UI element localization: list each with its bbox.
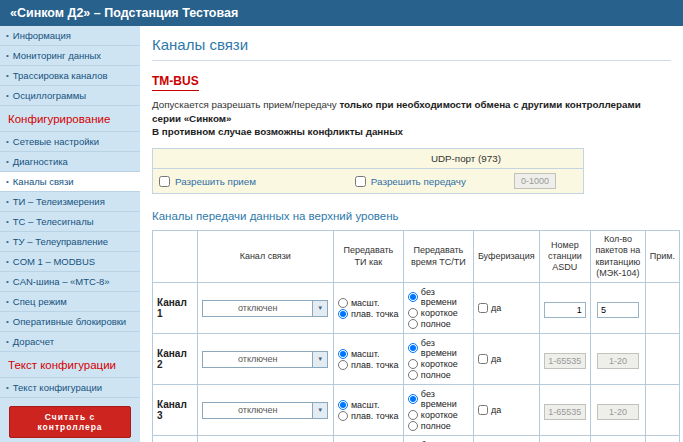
- packets-input[interactable]: [597, 353, 639, 369]
- time-radio[interactable]: [408, 370, 418, 380]
- channel-select[interactable]: отключен▼: [202, 300, 328, 317]
- time-option[interactable]: короткое: [408, 308, 469, 318]
- sidebar: •Информация•Мониторинг данных•Трассировк…: [0, 26, 140, 442]
- ti-radio[interactable]: [338, 400, 348, 410]
- packets-input[interactable]: [597, 404, 639, 420]
- ti-radio[interactable]: [338, 298, 348, 308]
- sidebar-item-oscillograms[interactable]: •Осциллограммы: [0, 86, 140, 106]
- sidebar-item-ts-telesignals[interactable]: •ТС – Телесигналы: [0, 212, 140, 232]
- time-radio[interactable]: [408, 394, 418, 404]
- time-option[interactable]: короткое: [408, 410, 469, 420]
- time-option[interactable]: полное: [408, 319, 469, 329]
- asdu-input[interactable]: [544, 404, 586, 420]
- bullet-icon: •: [6, 258, 9, 266]
- time-option[interactable]: без времени: [408, 338, 469, 358]
- sidebar-item-com1-modbus[interactable]: •COM 1 – MODBUS: [0, 252, 140, 272]
- allow-receive-checkbox[interactable]: [159, 176, 170, 187]
- ti-option-label: масшт.: [351, 298, 380, 308]
- time-option-label: без времени: [421, 287, 469, 307]
- udp-port-input[interactable]: [514, 173, 556, 189]
- channel-label: Канал 4: [153, 436, 198, 442]
- time-radio[interactable]: [408, 421, 418, 431]
- ti-option[interactable]: плав. точка: [338, 411, 399, 421]
- time-radio[interactable]: [408, 343, 418, 353]
- sidebar-item-diagnostics[interactable]: •Диагностика: [0, 152, 140, 172]
- time-option[interactable]: без времени: [408, 389, 469, 409]
- channel-label: Канал 2: [153, 334, 198, 385]
- ti-option[interactable]: масшт.: [338, 349, 399, 359]
- udp-port-header: UDP-порт (973): [349, 149, 584, 169]
- sidebar-item-network-settings[interactable]: •Сетевые настройки: [0, 132, 140, 152]
- ti-radio[interactable]: [338, 360, 348, 370]
- sidebar-item-ti-telemetry[interactable]: •ТИ – Телеизмерения: [0, 192, 140, 212]
- time-option[interactable]: без времени: [408, 287, 469, 307]
- sidebar-item-dorashet[interactable]: •Дорасчет: [0, 332, 140, 352]
- channels-section-title: Каналы передачи данных на верхний уровен…: [152, 210, 671, 222]
- page-title: Каналы связи: [152, 36, 671, 61]
- time-option[interactable]: полное: [408, 421, 469, 431]
- sidebar-item-label: ТИ – Телеизмерения: [13, 196, 105, 207]
- sidebar-item-special-mode[interactable]: •Спец режим: [0, 292, 140, 312]
- ti-option[interactable]: плав. точка: [338, 309, 399, 319]
- udp-table-row: Разрешить прием Разрешить передачу: [153, 169, 584, 194]
- col-ti: Передавать ТИ как: [333, 231, 403, 283]
- buffer-checkbox[interactable]: [478, 354, 488, 364]
- time-radio[interactable]: [408, 319, 418, 329]
- time-radio[interactable]: [408, 359, 418, 369]
- channel-select-value: отключен: [203, 301, 312, 316]
- sidebar-section-configuration[interactable]: Конфигурирование: [0, 106, 140, 132]
- sidebar-item-communication-channels[interactable]: •Каналы связи: [0, 172, 140, 192]
- allow-transmit[interactable]: Разрешить передачу: [355, 176, 502, 187]
- sidebar-item-tu-telecontrol[interactable]: •ТУ – Телеуправление: [0, 232, 140, 252]
- chevron-down-icon: ▼: [312, 352, 327, 367]
- ti-radio[interactable]: [338, 411, 348, 421]
- sidebar-item-label: Информация: [13, 30, 71, 41]
- sidebar-item-data-monitoring[interactable]: •Мониторинг данных: [0, 46, 140, 66]
- asdu-input[interactable]: [544, 302, 586, 318]
- sidebar-buttons: Считать с контроллера Записать в контрол…: [0, 398, 140, 442]
- sidebar-item-channel-tracing[interactable]: •Трассировка каналов: [0, 66, 140, 86]
- bullet-icon: •: [6, 178, 9, 186]
- buffer-checkbox[interactable]: [478, 405, 488, 415]
- sidebar-section-config-text-section[interactable]: Текст конфигурации: [0, 352, 140, 378]
- asdu-input[interactable]: [544, 353, 586, 369]
- allow-transmit-label: Разрешить передачу: [371, 176, 466, 187]
- app-title: «Синком Д2» – Подстанция Тестовая: [10, 6, 238, 20]
- sidebar-item-config-text[interactable]: •Текст конфигурации: [0, 378, 140, 398]
- ti-radio[interactable]: [338, 309, 348, 319]
- channels-table-header-row: Канал связи Передавать ТИ как Передавать…: [153, 231, 680, 283]
- col-packets: Кол-во пакетов на квитанцию (МЭК-104): [591, 231, 646, 283]
- ti-option[interactable]: плав. точка: [338, 360, 399, 370]
- sidebar-item-operational-locks[interactable]: •Оперативные блокировки: [0, 312, 140, 332]
- time-option[interactable]: короткое: [408, 359, 469, 369]
- allow-transmit-checkbox[interactable]: [355, 176, 366, 187]
- channel-select[interactable]: отключен▼: [202, 351, 328, 368]
- allow-receive[interactable]: Разрешить прием: [159, 176, 343, 187]
- buffer-option[interactable]: да: [478, 405, 535, 415]
- buffer-checkbox[interactable]: [478, 303, 488, 313]
- time-option[interactable]: полное: [408, 370, 469, 380]
- sidebar-item-label: Каналы связи: [13, 176, 74, 187]
- sidebar-item-information[interactable]: •Информация: [0, 26, 140, 46]
- channel-row: Канал 1отключен▼масшт.плав. точкабез вре…: [153, 283, 680, 334]
- tmbus-note: Допускается разрешать прием/передачу тол…: [152, 98, 671, 139]
- main-content: Каналы связи TM-BUS Допускается разрешат…: [140, 26, 683, 442]
- read-from-controller-button[interactable]: Считать с контроллера: [9, 406, 131, 438]
- bullet-icon: •: [6, 278, 9, 286]
- time-radio[interactable]: [408, 308, 418, 318]
- app-header: «Синком Д2» – Подстанция Тестовая: [0, 0, 683, 26]
- buffer-option[interactable]: да: [478, 354, 535, 364]
- ti-option-label: масшт.: [351, 400, 380, 410]
- time-radio[interactable]: [408, 410, 418, 420]
- buffer-option[interactable]: да: [478, 303, 535, 313]
- ti-radio[interactable]: [338, 349, 348, 359]
- packets-input[interactable]: [597, 302, 639, 318]
- sidebar-item-label: CAN-шина – «МТС-8»: [13, 276, 110, 287]
- ti-option[interactable]: масшт.: [338, 298, 399, 308]
- tmbus-heading: TM-BUS: [152, 74, 199, 91]
- sidebar-item-can-bus-mts8[interactable]: •CAN-шина – «МТС-8»: [0, 272, 140, 292]
- sidebar-item-label: Трассировка каналов: [13, 70, 108, 81]
- ti-option[interactable]: масшт.: [338, 400, 399, 410]
- time-radio[interactable]: [408, 292, 418, 302]
- channel-select[interactable]: отключен▼: [202, 402, 328, 419]
